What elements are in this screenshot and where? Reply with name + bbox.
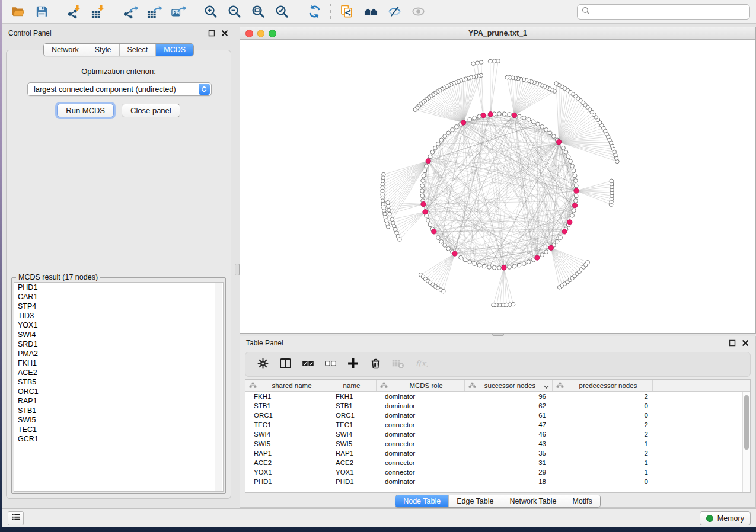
table-cell: PHD1 [245,478,327,485]
save-session-button[interactable] [30,2,53,22]
select-all-button[interactable] [299,355,317,374]
delete-table-button[interactable] [389,355,407,374]
add-entry-button[interactable] [344,355,362,374]
mcds-result-item[interactable]: SRD1 [14,339,223,349]
table-cell: SWI5 [327,440,377,447]
vertical-splitter-grip[interactable] [235,264,240,275]
deselect-all-button[interactable] [321,355,339,374]
table-row[interactable]: YOX1YOX1connector291 [245,467,750,477]
gear-settings-button[interactable] [254,355,272,374]
open-session-button[interactable] [6,2,30,22]
table-row[interactable]: ACE2ACE2connector311 [245,458,750,467]
refresh-icon [307,4,322,19]
tab-node-table[interactable]: Node Table [395,495,448,507]
refresh-button[interactable] [302,2,326,22]
close-panel-icon-button[interactable] [221,30,229,37]
mcds-result-item[interactable]: TEC1 [14,425,223,434]
tab-mcds[interactable]: MCDS [155,44,193,56]
mcds-buttons-row: Run MCDS Close panel [7,104,231,117]
optimization-dropdown[interactable]: largest connected component (undirected) [27,82,212,96]
gear-settings-icon [256,357,270,372]
table-row[interactable]: TEC1TEC1connector472 [245,420,750,430]
mcds-result-item[interactable]: GCR1 [14,434,223,444]
hide-selected-button[interactable] [382,2,406,22]
mcds-result-item[interactable]: YOX1 [14,321,223,330]
network-graph[interactable] [240,40,755,334]
table-row[interactable]: ORC1ORC1dominator610 [245,411,750,420]
table-cell: STB1 [327,402,377,409]
table-row[interactable]: FKH1FKH1dominator962 [245,392,750,401]
zoom-fit-button[interactable] [246,2,270,22]
float-panel-button[interactable] [208,30,216,37]
mcds-result-item[interactable]: STP4 [14,302,223,311]
mcds-result-item[interactable]: PHD1 [14,283,223,292]
first-neighbors-button[interactable] [359,2,382,22]
export-network-button[interactable] [119,2,142,22]
tab-network[interactable]: Network [44,44,87,56]
mcds-result-item[interactable]: ORC1 [14,387,223,396]
mcds-result-item[interactable]: RAP1 [14,396,223,406]
split-panel-button[interactable] [276,355,294,374]
column-header-name[interactable]: name [327,380,377,391]
tab-network-table[interactable]: Network Table [502,495,564,507]
column-header-label: shared name [257,382,327,389]
mcds-result-item[interactable]: SWI5 [14,415,223,425]
tab-edge-table[interactable]: Edge Table [448,495,501,507]
mcds-result-item[interactable]: STB5 [14,377,223,387]
table-row[interactable]: STB1STB1dominator620 [245,401,750,411]
memory-button[interactable]: Memory [700,511,751,525]
task-history-button[interactable] [8,511,24,525]
table-cell: dominator [377,402,465,409]
table-cell: 62 [465,402,553,409]
float-table-panel-button[interactable] [729,339,736,347]
export-image-button[interactable] [166,2,190,22]
tab-motifs[interactable]: Motifs [564,495,599,507]
network-documents-button[interactable] [335,2,359,22]
delete-entry-button[interactable] [366,355,384,374]
zoom-window-button[interactable] [269,30,276,37]
control-panel-title: Control Panel [8,29,52,37]
tab-select[interactable]: Select [119,44,156,56]
vertical-splitter[interactable] [235,27,240,508]
mcds-result-item[interactable]: ACE2 [14,368,223,377]
run-mcds-button[interactable]: Run MCDS [57,104,114,117]
zoom-selected-icon [275,4,289,19]
mcds-result-item[interactable]: TID3 [14,311,223,321]
network-canvas[interactable] [240,40,755,333]
mcds-result-item[interactable]: FKH1 [14,358,223,368]
column-header-shared-name[interactable]: shared name [245,380,327,391]
mcds-result-item[interactable]: STB1 [14,406,223,415]
tab-style[interactable]: Style [87,44,119,56]
table-cell: dominator [377,412,465,419]
table-row[interactable]: PHD1PHD1dominator180 [245,477,750,486]
mcds-result-item[interactable]: SWI4 [14,330,223,339]
import-table-button[interactable] [86,2,110,22]
zoom-selected-button[interactable] [270,2,294,22]
import-network-button[interactable] [62,2,86,22]
zoom-in-button[interactable] [199,2,222,22]
zoom-out-button[interactable] [222,2,246,22]
close-window-button[interactable] [245,30,253,37]
export-table-button[interactable] [142,2,166,22]
mcds-result-item[interactable]: PMA2 [14,349,223,358]
search-input[interactable] [590,6,749,18]
mcds-result-title: MCDS result (17 nodes) [16,273,100,281]
close-table-panel-button[interactable] [742,339,749,347]
column-header-successor-nodes[interactable]: successor nodes [465,380,553,391]
mcds-result-item[interactable]: CAR1 [14,292,223,302]
show-all-button[interactable] [406,2,430,22]
formula-builder-button[interactable]: f(x) [412,355,429,374]
table-cell: connector [377,459,465,466]
table-row[interactable]: SWI4SWI4dominator462 [245,430,750,439]
minimize-window-button[interactable] [257,30,265,37]
mcds-result-list[interactable]: PHD1CAR1STP4TID3YOX1SWI4SRD1PMA2FKH1ACE2… [14,282,224,492]
table-scrollbar[interactable] [742,392,750,492]
close-panel-button[interactable]: Close panel [122,104,180,117]
column-header-MCDS-role[interactable]: MCDS role [377,380,465,391]
column-header-predecessor-nodes[interactable]: predecessor nodes [553,380,653,391]
table-scrollbar-thumb[interactable] [744,395,749,450]
result-list-scrollbar[interactable] [215,283,222,491]
search-box[interactable] [577,4,750,20]
table-row[interactable]: SWI5SWI5connector431 [245,439,750,448]
table-row[interactable]: RAP1RAP1dominator352 [245,448,750,458]
